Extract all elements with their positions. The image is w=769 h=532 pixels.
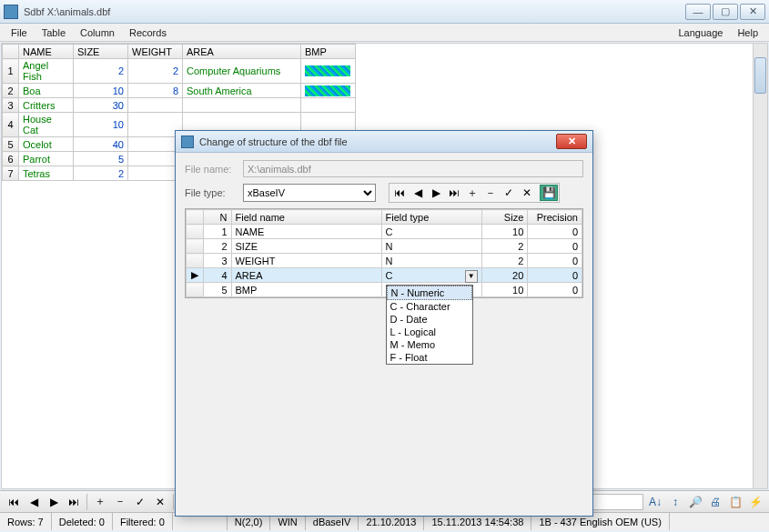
menu-table[interactable]: Table [35, 25, 73, 40]
rownum[interactable]: 4 [3, 113, 19, 137]
filename-input [243, 160, 583, 177]
structure-grid[interactable]: N Field name Field type Size Precision 1… [185, 208, 583, 298]
bmp-thumb [305, 85, 350, 96]
export-button[interactable]: 📋 [725, 494, 745, 510]
nav-prev-button[interactable]: ◀ [24, 494, 44, 510]
sort-asc-button[interactable]: A↓ [645, 494, 665, 510]
rownum[interactable]: 2 [3, 84, 19, 98]
find-button[interactable]: 🔎 [685, 494, 705, 510]
minimize-button[interactable]: — [685, 4, 711, 20]
scrollbar-thumb[interactable] [754, 57, 766, 94]
next-button[interactable]: ▶ [427, 185, 445, 201]
rollback-button[interactable]: ✕ [150, 494, 170, 510]
type-option[interactable]: F - Float [387, 351, 472, 364]
rownum[interactable]: 5 [3, 137, 19, 152]
vertical-scrollbar[interactable] [753, 44, 767, 488]
menu-records[interactable]: Records [122, 25, 174, 40]
cell-name[interactable]: House Cat [19, 113, 74, 137]
rownum[interactable]: 7 [3, 166, 19, 181]
rownum-header[interactable] [3, 45, 19, 59]
dialog-icon [181, 136, 194, 148]
current-row-indicator: ▶ [187, 268, 204, 283]
cell-name[interactable]: Angel Fish [19, 59, 74, 84]
add-button[interactable]: ＋ [463, 185, 481, 201]
dialog-close-button[interactable]: ✕ [556, 134, 587, 149]
type-option[interactable]: L - Logical [387, 326, 472, 338]
filetype-select[interactable]: xBaseIV [243, 184, 376, 202]
col-size-header[interactable]: SIZE [74, 45, 128, 59]
col-name-header[interactable]: NAME [19, 45, 74, 59]
cell-area[interactable]: Computer Aquariums [183, 59, 301, 84]
structure-dialog: Change of structure of the dbf file ✕ Fi… [175, 130, 593, 517]
maximize-button[interactable]: ▢ [713, 4, 738, 20]
cell-weight[interactable]: 8 [128, 84, 183, 98]
rownum[interactable]: 6 [3, 152, 19, 166]
menu-help[interactable]: Help [730, 25, 765, 40]
size-header[interactable]: Size [481, 210, 528, 225]
n-header[interactable]: N [203, 210, 231, 225]
cell-weight[interactable]: 2 [128, 59, 183, 84]
apply-button[interactable]: ✓ [500, 185, 518, 201]
cell-name[interactable]: Ocelot [19, 137, 74, 152]
delete-record-button[interactable]: － [110, 494, 130, 510]
cell-size[interactable]: 2 [74, 59, 128, 84]
fieldtype-cell-editing[interactable]: C ▼ N - Numeric C - Character D - Date L… [381, 268, 481, 283]
cell-name[interactable]: Boa [19, 84, 74, 98]
nav-first-button[interactable]: ⏮ [4, 494, 24, 510]
first-button[interactable]: ⏮ [390, 185, 409, 201]
cell-name[interactable]: Tetras [19, 166, 74, 181]
sort-desc-button[interactable]: ↕ [665, 494, 685, 510]
fieldtype-header[interactable]: Field type [381, 210, 481, 225]
cell-size[interactable]: 10 [74, 84, 128, 98]
cell-area[interactable]: South America [183, 84, 301, 98]
col-bmp-header[interactable]: BMP [301, 45, 356, 59]
menubar: File Table Column Records Language Help [0, 24, 769, 42]
col-area-header[interactable]: AREA [183, 45, 301, 59]
cell-size[interactable]: 30 [74, 98, 128, 113]
add-record-button[interactable]: ＋ [90, 494, 110, 510]
precision-header[interactable]: Precision [528, 210, 582, 225]
last-button[interactable]: ⏭ [445, 185, 463, 201]
type-option[interactable]: N - Numeric [387, 286, 472, 300]
window-title: Sdbf X:\animals.dbf [24, 6, 685, 17]
nav-last-button[interactable]: ⏭ [64, 494, 84, 510]
dialog-toolbar: ⏮ ◀ ▶ ⏭ ＋ － ✓ ✕ 💾 [389, 183, 560, 203]
menu-column[interactable]: Column [73, 25, 122, 40]
commit-button[interactable]: ✓ [130, 494, 150, 510]
cell-name[interactable]: Critters [19, 98, 74, 113]
type-option[interactable]: M - Memo [387, 338, 472, 351]
col-weight-header[interactable]: WEIGHT [128, 45, 183, 59]
app-icon [4, 5, 18, 19]
fieldtype-dropdown[interactable]: N - Numeric C - Character D - Date L - L… [386, 285, 473, 365]
filename-label: File name: [185, 164, 243, 175]
cell-bmp[interactable] [301, 59, 356, 84]
execute-button[interactable]: ⚡ [745, 494, 765, 510]
rownum[interactable]: 3 [3, 98, 19, 113]
cell-size[interactable]: 40 [74, 137, 128, 152]
cell-name[interactable]: Parrot [19, 152, 74, 166]
type-option[interactable]: C - Character [387, 300, 472, 313]
status-deleted: Deleted: 0 [52, 513, 113, 530]
dropdown-arrow-icon[interactable]: ▼ [465, 270, 478, 283]
fieldname-header[interactable]: Field name [231, 210, 381, 225]
cancel-button[interactable]: ✕ [518, 185, 536, 201]
bmp-thumb [305, 65, 350, 76]
cell-size[interactable]: 2 [74, 166, 128, 181]
remove-button[interactable]: － [481, 185, 500, 201]
type-option[interactable]: D - Date [387, 313, 472, 326]
filetype-label: File type: [185, 187, 243, 198]
cell-size[interactable]: 10 [74, 113, 128, 137]
titlebar: Sdbf X:\animals.dbf — ▢ ✕ [0, 0, 769, 24]
rownum[interactable]: 1 [3, 59, 19, 84]
dialog-titlebar[interactable]: Change of structure of the dbf file ✕ [176, 131, 592, 153]
close-button[interactable]: ✕ [740, 4, 765, 20]
nav-next-button[interactable]: ▶ [44, 494, 64, 510]
print-button[interactable]: 🖨 [705, 494, 725, 510]
prev-button[interactable]: ◀ [409, 185, 427, 201]
menu-language[interactable]: Language [671, 25, 730, 40]
save-button[interactable]: 💾 [540, 185, 558, 201]
cell-bmp[interactable] [301, 84, 356, 98]
main-area: NAME SIZE WEIGHT AREA BMP 1Angel Fish22C… [1, 43, 768, 489]
menu-file[interactable]: File [4, 25, 35, 40]
cell-size[interactable]: 5 [74, 152, 128, 166]
